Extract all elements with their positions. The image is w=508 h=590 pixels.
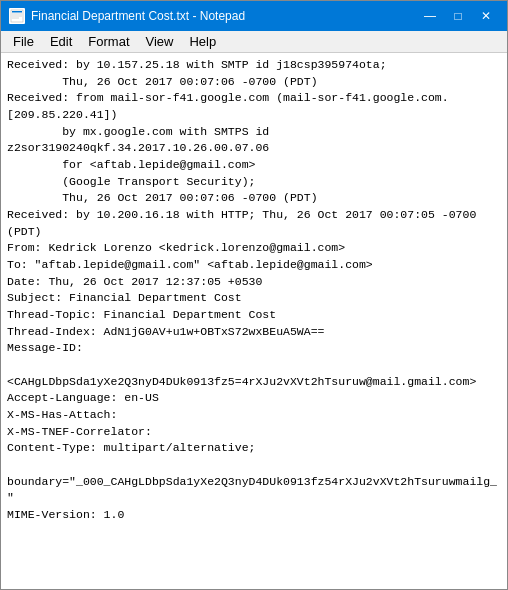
menu-format[interactable]: Format	[80, 32, 137, 51]
maximize-button[interactable]: □	[445, 6, 471, 26]
notepad-window: Financial Department Cost.txt - Notepad …	[0, 0, 508, 590]
window-title: Financial Department Cost.txt - Notepad	[31, 9, 245, 23]
window-controls: — □ ✕	[417, 6, 499, 26]
menu-bar: File Edit Format View Help	[1, 31, 507, 53]
menu-file[interactable]: File	[5, 32, 42, 51]
menu-edit[interactable]: Edit	[42, 32, 80, 51]
close-button[interactable]: ✕	[473, 6, 499, 26]
text-editor[interactable]	[1, 53, 507, 589]
content-area	[1, 53, 507, 589]
svg-rect-1	[12, 11, 22, 13]
notepad-icon	[9, 8, 25, 24]
title-bar: Financial Department Cost.txt - Notepad …	[1, 1, 507, 31]
menu-help[interactable]: Help	[181, 32, 224, 51]
title-bar-left: Financial Department Cost.txt - Notepad	[9, 8, 245, 24]
menu-view[interactable]: View	[138, 32, 182, 51]
minimize-button[interactable]: —	[417, 6, 443, 26]
